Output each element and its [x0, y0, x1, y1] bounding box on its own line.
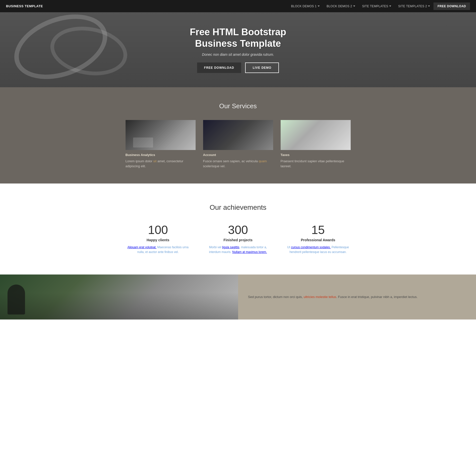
nav-link-site-templates[interactable]: SITE TEMPLATES [359, 0, 395, 12]
service-text-3: Praesent tincidunt sapien vitae pellente… [281, 159, 351, 168]
service-card-1: Business Analytics Lorem ipsum dolor sit… [126, 120, 196, 168]
achievement-link-2b[interactable]: Nullam at maximus lorem. [232, 250, 267, 254]
bottom-image [0, 274, 238, 320]
chevron-down-icon [318, 6, 320, 7]
hero-content: Free HTML BootstrapBusiness Template Don… [190, 26, 286, 73]
service-title-2: Account [203, 153, 273, 157]
nav-link-site-templates-2[interactable]: SITE TEMPLATES 2 [395, 0, 433, 12]
nav-item-cta[interactable]: FREE DOWNLOAD [433, 2, 470, 10]
achievement-desc-3: Ut cursus condimentum sodales. Pellentes… [286, 245, 351, 254]
service-card-3: Taxes Praesent tincidunt sapien vitae pe… [281, 120, 351, 168]
service-image-1 [126, 120, 196, 150]
nav-link-block-demos-2[interactable]: BLOCK DEMOS 2 [323, 0, 359, 12]
service-text-1: Lorem ipsum dolor sit amet, consectetur … [126, 159, 196, 168]
nav-link-block-demos-1[interactable]: BLOCK DEMOS 1 [288, 0, 323, 12]
service-link-2[interactable]: quam [259, 159, 267, 163]
nav-item-site-templates-2[interactable]: SITE TEMPLATES 2 [395, 0, 433, 12]
service-text-2: Fusce ornare sem sapien, ac vehicula qua… [203, 159, 273, 168]
achievement-label-3: Professional Awards [286, 238, 351, 242]
bottom-text: Sed purus tortor, dictum non orci quis, … [248, 294, 418, 300]
service-card-2: Account Fusce ornare sem sapien, ac vehi… [203, 120, 273, 168]
hero-title: Free HTML BootstrapBusiness Template [190, 26, 286, 49]
navbar: BUSINESS TEMPLATE BLOCK DEMOS 1 BLOCK DE… [0, 0, 476, 12]
achievements-section: Our achievements 100 Happy clients Aliqu… [0, 184, 476, 270]
hero-buttons: FREE DOWNLOAD LIVE DEMO [190, 62, 286, 73]
achievement-number-1: 100 [126, 224, 191, 236]
chevron-down-icon [389, 6, 391, 7]
achievement-label-1: Happy clients [126, 238, 191, 242]
chevron-down-icon [428, 6, 430, 7]
achievement-desc-1: Aliquam erat volutpat. Maecenas facilisi… [126, 245, 191, 254]
chevron-down-icon [353, 6, 355, 7]
service-link-1[interactable]: sit [153, 159, 157, 163]
achievement-item-3: 15 Professional Awards Ut cursus condime… [286, 224, 351, 254]
bottom-link[interactable]: ultricies molestie tellus [304, 295, 336, 299]
navbar-brand: BUSINESS TEMPLATE [6, 4, 43, 8]
achievement-label-2: Finished projects [206, 238, 271, 242]
achievements-title: Our achievements [6, 204, 470, 212]
hero-free-download-button[interactable]: FREE DOWNLOAD [197, 62, 241, 73]
nav-item-block-demos-1[interactable]: BLOCK DEMOS 1 [288, 0, 323, 12]
service-image-3 [281, 120, 351, 150]
services-title: Our Services [6, 102, 470, 110]
service-title-1: Business Analytics [126, 153, 196, 157]
bottom-content: Sed purus tortor, dictum non orci quis, … [238, 274, 476, 320]
achievement-number-2: 300 [206, 224, 271, 236]
achievement-item-1: 100 Happy clients Aliquam erat volutpat.… [126, 224, 191, 254]
hero-live-demo-button[interactable]: LIVE DEMO [245, 62, 279, 73]
achievement-desc-2: Morbi vel ligula sagittis, malesuada tor… [206, 245, 271, 254]
achievement-link-1[interactable]: Aliquam erat volutpat. [127, 246, 156, 249]
service-title-3: Taxes [281, 153, 351, 157]
nav-item-site-templates[interactable]: SITE TEMPLATES [359, 0, 395, 12]
achievement-link-2a[interactable]: ligula sagittis [222, 246, 239, 249]
achievement-link-3[interactable]: cursus condimentum sodales. [291, 246, 331, 249]
service-image-2 [203, 120, 273, 150]
bottom-section: Sed purus tortor, dictum non orci quis, … [0, 274, 476, 320]
achievement-number-3: 15 [286, 224, 351, 236]
hero-section: Free HTML BootstrapBusiness Template Don… [0, 12, 476, 87]
achievement-item-2: 300 Finished projects Morbi vel ligula s… [206, 224, 271, 254]
nav-item-block-demos-2[interactable]: BLOCK DEMOS 2 [323, 0, 359, 12]
services-grid: Business Analytics Lorem ipsum dolor sit… [126, 120, 351, 168]
navbar-links: BLOCK DEMOS 1 BLOCK DEMOS 2 SITE TEMPLAT… [288, 0, 470, 12]
hero-subtitle: Donec non diam sit amet dolor gravida ru… [190, 52, 286, 56]
services-section: Our Services Business Analytics Lorem ip… [0, 87, 476, 184]
navbar-cta-button[interactable]: FREE DOWNLOAD [433, 2, 470, 10]
achievements-grid: 100 Happy clients Aliquam erat volutpat.… [126, 224, 351, 254]
